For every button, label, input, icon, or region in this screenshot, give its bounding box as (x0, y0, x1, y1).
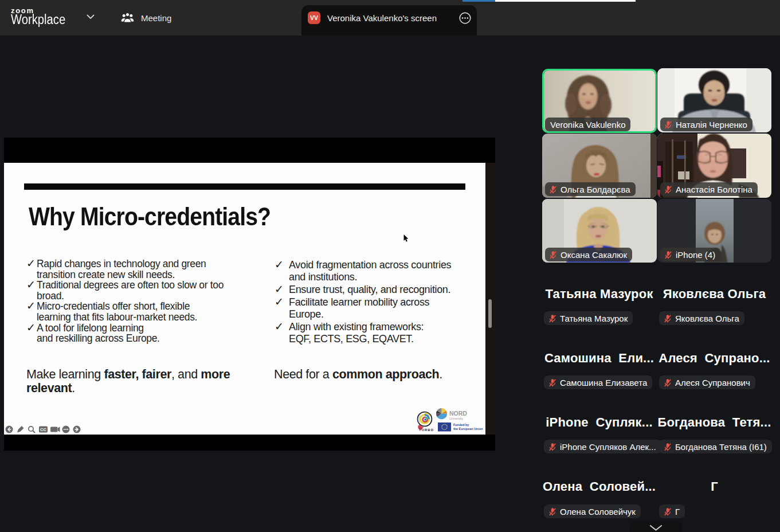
svg-text:NORD: NORD (449, 410, 467, 417)
svg-text:the European Union: the European Union (453, 427, 483, 431)
svg-text:Funded by: Funded by (453, 423, 469, 427)
svg-text:CC: CC (40, 427, 46, 432)
svg-text:TURBO: TURBO (419, 428, 434, 432)
svg-text:University: University (449, 417, 463, 420)
